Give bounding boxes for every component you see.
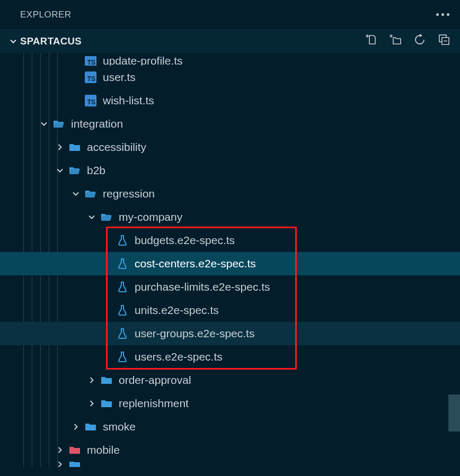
tree-file[interactable]: budgets.e2e-spec.ts — [0, 229, 460, 252]
test-file-icon — [114, 234, 130, 247]
test-file-icon — [114, 304, 130, 317]
tree-file[interactable]: TSwish-list.ts — [0, 89, 460, 112]
tree-file[interactable]: purchase-limits.e2e-spec.ts — [0, 275, 460, 299]
tree-item-label: regression — [103, 187, 155, 200]
tree-folder[interactable]: regression — [0, 182, 460, 205]
chevron-down-icon[interactable] — [37, 119, 51, 129]
chevron-right-icon[interactable] — [53, 445, 67, 455]
tree-folder[interactable]: accessibility — [0, 136, 460, 159]
test-file-icon — [114, 281, 130, 293]
tree-item-label: replenishment — [119, 397, 189, 410]
folder-icon — [99, 397, 114, 410]
tree-folder[interactable] — [0, 462, 460, 467]
new-folder-icon[interactable] — [389, 33, 402, 49]
tree-folder[interactable]: smoke — [0, 415, 460, 438]
tree-file[interactable]: cost-centers.e2e-spec.ts — [0, 252, 460, 275]
workspace-title: SPARTACUS — [20, 35, 82, 47]
tree-item-label: integration — [71, 118, 123, 130]
tree-item-label: purchase-limits.e2e-spec.ts — [135, 281, 270, 293]
workspace-toolbar — [365, 33, 450, 49]
new-file-icon[interactable] — [365, 33, 377, 49]
scrollbar-thumb[interactable] — [448, 394, 460, 432]
tree-file[interactable]: TSupdate-profile.ts — [0, 56, 460, 66]
tree-folder[interactable]: mobile — [0, 438, 460, 462]
tree-item-label: user.ts — [103, 71, 136, 84]
folder-icon — [67, 141, 83, 154]
tree-file[interactable]: user-groups.e2e-spec.ts — [0, 322, 460, 345]
folder-open-icon — [99, 211, 114, 223]
chevron-right-icon[interactable] — [85, 375, 99, 385]
chevron-right-icon[interactable] — [53, 462, 67, 467]
tree-folder[interactable]: order-approval — [0, 369, 460, 392]
tree-item-label: update-profile.ts — [103, 56, 183, 66]
chevron-right-icon[interactable] — [69, 421, 83, 432]
tree-item-label: users.e2e-spec.ts — [135, 351, 223, 363]
folder-open-icon — [51, 118, 67, 130]
tree-item-label: units.e2e-spec.ts — [135, 304, 219, 317]
typescript-file-icon: TS — [83, 95, 99, 106]
chevron-right-icon[interactable] — [85, 398, 99, 409]
chevron-right-icon[interactable] — [53, 142, 67, 152]
tree-folder[interactable]: integration — [0, 112, 460, 136]
tree-item-label: accessibility — [87, 141, 146, 154]
test-file-icon — [114, 351, 130, 363]
typescript-file-icon: TS — [83, 71, 99, 83]
tree-folder[interactable]: b2b — [0, 159, 460, 182]
refresh-icon[interactable] — [413, 33, 426, 49]
chevron-down-icon[interactable] — [53, 165, 67, 176]
folder-open-icon — [83, 187, 99, 200]
tree-folder[interactable]: replenishment — [0, 392, 460, 415]
tree-item-label: order-approval — [119, 374, 191, 387]
folder-icon — [99, 374, 114, 387]
chevron-down-icon[interactable] — [85, 212, 99, 222]
tree-item-label: wish-list.ts — [103, 94, 154, 107]
folder-icon — [67, 444, 83, 456]
chevron-down-icon — [6, 36, 20, 47]
test-file-icon — [114, 257, 130, 270]
tree-folder[interactable]: my-company — [0, 205, 460, 229]
tree-item-label: b2b — [87, 164, 105, 177]
folder-open-icon — [67, 164, 83, 177]
folder-icon — [83, 420, 99, 433]
explorer-panel-header: EXPLORER — [0, 0, 460, 29]
tree-file[interactable]: units.e2e-spec.ts — [0, 299, 460, 322]
file-tree: TSupdate-profile.tsTSuser.tsTSwish-list.… — [0, 53, 460, 467]
tree-file[interactable]: TSuser.ts — [0, 66, 460, 89]
tree-item-label: smoke — [103, 420, 136, 433]
tree-file[interactable]: users.e2e-spec.ts — [0, 345, 460, 369]
tree-item-label: my-company — [119, 211, 182, 223]
tree-item-label: user-groups.e2e-spec.ts — [135, 327, 254, 340]
typescript-file-icon: TS — [83, 56, 99, 66]
collapse-all-icon[interactable] — [438, 33, 450, 49]
chevron-down-icon[interactable] — [69, 188, 83, 199]
more-actions-icon[interactable] — [436, 13, 449, 16]
tree-item-label: budgets.e2e-spec.ts — [135, 234, 235, 247]
explorer-title: EXPLORER — [20, 10, 72, 20]
test-file-icon — [114, 327, 130, 340]
workspace-section-header[interactable]: SPARTACUS — [0, 29, 460, 53]
folder-icon — [67, 462, 83, 467]
tree-item-label: cost-centers.e2e-spec.ts — [135, 257, 256, 270]
tree-item-label: mobile — [87, 444, 120, 456]
